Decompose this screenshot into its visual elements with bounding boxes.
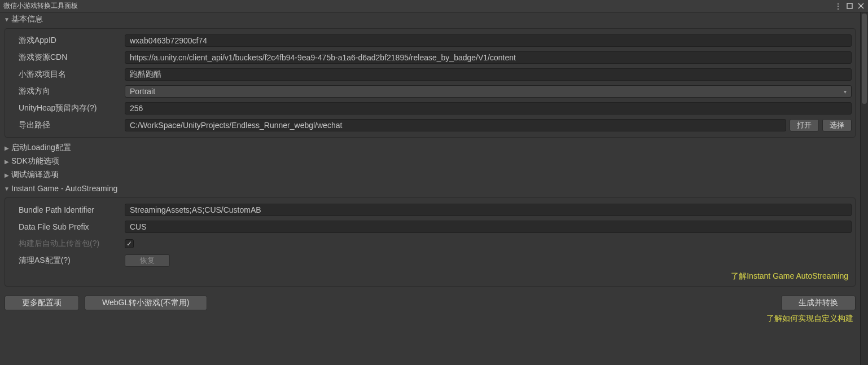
section-title-debug: 调试编译选项	[11, 170, 59, 180]
footer-actions: 更多配置项 WebGL转小游戏(不常用) 生成并转换	[0, 290, 860, 311]
label-orientation: 游戏方向	[8, 86, 121, 96]
input-data-prefix[interactable]	[125, 221, 852, 233]
label-appid: 游戏AppID	[8, 36, 121, 46]
section-header-loading[interactable]: ▶ 启动Loading配置	[0, 141, 860, 155]
row-heap: UnityHeap预留内存(?)	[8, 100, 852, 117]
checkbox-auto-upload[interactable]: ✓	[125, 239, 134, 248]
section-body-basic: 游戏AppID 游戏资源CDN 小游戏项目名 游戏方向 Portrait ▾ U…	[5, 28, 856, 138]
label-cdn: 游戏资源CDN	[8, 52, 121, 63]
chevron-right-icon: ▶	[3, 159, 10, 165]
section-title-sdk: SDK功能选项	[11, 156, 59, 166]
label-heap: UnityHeap预留内存(?)	[8, 103, 121, 113]
scrollbar-thumb[interactable]	[862, 14, 867, 104]
label-export-path: 导出路径	[8, 120, 121, 130]
label-auto-upload: 构建后自动上传首包(?)	[8, 239, 121, 249]
generate-button[interactable]: 生成并转换	[781, 296, 856, 310]
more-config-button[interactable]: 更多配置项	[5, 296, 79, 310]
input-appid[interactable]	[125, 34, 852, 47]
section-title-instant: Instant Game - AutoStreaming	[11, 184, 117, 193]
input-project-name[interactable]	[125, 68, 852, 81]
vertical-scrollbar[interactable]	[860, 12, 868, 365]
open-button[interactable]: 打开	[790, 119, 819, 131]
window-title: 微信小游戏转换工具面板	[3, 1, 78, 11]
select-orientation-value: Portrait	[130, 87, 155, 96]
section-title-basic: 基本信息	[11, 14, 43, 24]
chevron-right-icon: ▶	[3, 172, 10, 178]
row-clean-as: 清理AS配置(?) 恢复	[8, 252, 852, 269]
input-export-path[interactable]	[125, 119, 786, 131]
row-bundle-path: Bundle Path Identifier	[8, 201, 852, 218]
window-controls: ⋮	[834, 2, 865, 10]
section-header-instant[interactable]: ▼ Instant Game - AutoStreaming	[0, 182, 860, 195]
close-icon[interactable]	[857, 2, 865, 10]
chevron-down-icon: ▼	[3, 16, 10, 23]
maximize-icon[interactable]	[845, 2, 853, 10]
select-button[interactable]: 选择	[822, 119, 852, 131]
chevron-right-icon: ▶	[3, 145, 10, 151]
row-appid: 游戏AppID	[8, 32, 852, 49]
link-custom-build[interactable]: 了解如何实现自定义构建	[0, 311, 860, 324]
section-header-sdk[interactable]: ▶ SDK功能选项	[0, 155, 860, 168]
chevron-down-icon: ▾	[844, 89, 847, 95]
label-bundle-path: Bundle Path Identifier	[8, 205, 121, 214]
input-bundle-path[interactable]	[125, 204, 852, 216]
restore-button[interactable]: 恢复	[125, 254, 170, 267]
row-cdn: 游戏资源CDN	[8, 49, 852, 66]
row-auto-upload: 构建后自动上传首包(?) ✓	[8, 235, 852, 252]
window-menu-icon[interactable]: ⋮	[834, 2, 842, 10]
row-export-path: 导出路径 打开 选择	[8, 117, 852, 134]
label-clean-as: 清理AS配置(?)	[8, 256, 121, 266]
label-data-prefix: Data File Sub Prefix	[8, 222, 121, 231]
link-instant-game[interactable]: 了解Instant Game AutoStreaming	[8, 269, 852, 283]
row-project-name: 小游戏项目名	[8, 66, 852, 83]
row-data-prefix: Data File Sub Prefix	[8, 218, 852, 235]
section-body-instant: Bundle Path Identifier Data File Sub Pre…	[5, 197, 856, 287]
section-header-debug[interactable]: ▶ 调试编译选项	[0, 168, 860, 182]
label-project-name: 小游戏项目名	[8, 69, 121, 80]
chevron-down-icon: ▼	[3, 186, 10, 192]
main-content: ▼ 基本信息 游戏AppID 游戏资源CDN 小游戏项目名 游戏方向 Portr…	[0, 12, 860, 365]
input-cdn[interactable]	[125, 51, 852, 64]
titlebar: 微信小游戏转换工具面板 ⋮	[0, 0, 868, 12]
row-orientation: 游戏方向 Portrait ▾	[8, 83, 852, 100]
section-header-basic[interactable]: ▼ 基本信息	[0, 12, 860, 26]
section-title-loading: 启动Loading配置	[11, 143, 71, 153]
svg-rect-0	[847, 3, 852, 8]
select-orientation[interactable]: Portrait ▾	[125, 85, 852, 98]
webgl-convert-button[interactable]: WebGL转小游戏(不常用)	[85, 296, 207, 310]
input-heap[interactable]	[125, 102, 852, 115]
